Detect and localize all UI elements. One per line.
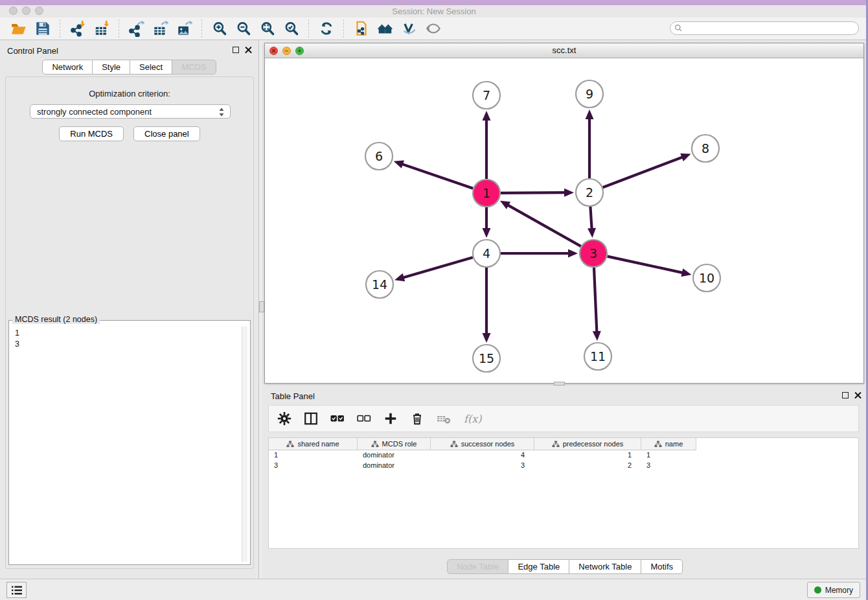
run-mcds-button[interactable]: Run MCDS (59, 126, 124, 141)
vertical-splitter-grip[interactable] (259, 301, 264, 312)
node-6[interactable]: 6 (365, 143, 393, 170)
cell-shared-name[interactable]: 3 (269, 461, 358, 471)
network-graph[interactable]: 7968124314101511 (265, 58, 863, 383)
cell-successor-nodes[interactable]: 4 (431, 450, 534, 461)
node-label: 9 (586, 87, 593, 101)
zoom-in-icon[interactable] (211, 20, 228, 38)
tab-mcds[interactable]: MCDS (172, 60, 216, 75)
first-neighbors-icon[interactable] (376, 20, 394, 38)
split-panel-icon[interactable] (303, 411, 319, 426)
import-network-icon[interactable] (69, 20, 86, 38)
memory-button[interactable]: Memory (807, 582, 860, 598)
edge-3-11[interactable] (594, 268, 597, 334)
column-header-name[interactable]: name (641, 438, 696, 450)
column-header-shared-name[interactable]: shared name (269, 438, 358, 450)
search-field[interactable] (670, 21, 859, 35)
apply-style-icon[interactable] (400, 20, 418, 38)
add-column-icon[interactable] (383, 411, 398, 426)
result-scrollbar[interactable] (242, 327, 247, 562)
mcds-panel: Optimization criterion: strongly connect… (5, 76, 254, 569)
refresh-layout-icon[interactable] (317, 20, 335, 38)
memory-status-icon (814, 586, 821, 594)
table-row[interactable]: 3dominator323 (269, 461, 858, 471)
column-header-mcds-role[interactable]: MCDS role (358, 438, 431, 450)
node-2[interactable]: 2 (576, 179, 603, 206)
import-table-icon[interactable] (93, 20, 110, 38)
edge-arrowhead (586, 110, 594, 119)
network-canvas[interactable]: 7968124314101511 (265, 58, 863, 383)
close-table-panel-icon[interactable] (854, 391, 862, 398)
control-panel: Control Panel NetworkStyleSelectMCDS Opt… (0, 40, 259, 579)
cell-mcds-role[interactable]: dominator (358, 450, 431, 461)
cell-mcds-role[interactable]: dominator (358, 461, 431, 471)
tab-select[interactable]: Select (130, 60, 172, 75)
criterion-select[interactable]: strongly connected component (30, 104, 231, 119)
edge-1-6[interactable] (400, 163, 473, 188)
delete-table-icon[interactable] (436, 411, 451, 426)
tab-network-table[interactable]: Network Table (569, 559, 641, 574)
function-builder-icon[interactable]: f(x) (463, 411, 485, 426)
node-label: 3 (589, 246, 597, 260)
tab-network[interactable]: Network (42, 60, 93, 75)
node-7[interactable]: 7 (473, 82, 500, 109)
node-label: 2 (586, 185, 593, 200)
cell-name[interactable]: 3 (641, 461, 696, 471)
search-icon (674, 24, 683, 32)
close-panel-icon[interactable] (245, 46, 252, 53)
zoom-out-icon[interactable] (234, 20, 252, 38)
cell-shared-name[interactable]: 1 (269, 450, 358, 461)
close-panel-button[interactable]: Close panel (133, 126, 200, 141)
export-image-icon[interactable] (176, 20, 193, 38)
open-session-icon[interactable] (10, 20, 27, 38)
tab-motifs[interactable]: Motifs (641, 559, 683, 574)
tab-edge-table[interactable]: Edge Table (508, 559, 569, 574)
cell-predecessor-nodes[interactable]: 1 (534, 450, 641, 461)
mcds-result-group: MCDS result (2 nodes) 13 (8, 320, 251, 565)
node-label: 7 (483, 88, 490, 102)
column-header-successor-nodes[interactable]: successor nodes (431, 438, 534, 450)
float-table-panel-icon[interactable] (842, 392, 849, 398)
search-input[interactable] (685, 24, 847, 33)
node-10[interactable]: 10 (693, 264, 720, 292)
node-1[interactable]: 1 (473, 179, 500, 207)
cell-successor-nodes[interactable]: 3 (431, 461, 534, 471)
node-14[interactable]: 14 (366, 271, 393, 298)
edge-2-8[interactable] (603, 156, 685, 187)
window-titlebar: Session: New Session (0, 5, 868, 17)
toolbar-separator (60, 19, 60, 38)
node-8[interactable]: 8 (692, 135, 719, 162)
edge-4-14[interactable] (402, 257, 473, 278)
table-settings-icon[interactable] (277, 411, 292, 426)
save-session-icon[interactable] (34, 20, 51, 38)
node-4[interactable]: 4 (473, 240, 500, 267)
export-network-icon[interactable] (128, 20, 145, 38)
column-header-predecessor-nodes[interactable]: predecessor nodes (534, 438, 641, 450)
export-table-icon[interactable] (152, 20, 169, 38)
tab-style[interactable]: Style (93, 60, 130, 75)
edge-1-2[interactable] (501, 192, 567, 193)
node-15[interactable]: 15 (473, 345, 500, 372)
node-11[interactable]: 11 (584, 343, 611, 370)
horizontal-splitter-grip[interactable] (554, 382, 565, 386)
zoom-selected-icon[interactable] (282, 20, 300, 38)
edge-3-1[interactable] (506, 204, 580, 246)
select-all-icon[interactable] (330, 411, 345, 426)
deselect-all-icon[interactable] (356, 411, 372, 426)
edge-3-10[interactable] (607, 257, 684, 273)
network-window-titlebar[interactable]: ✕ − + scc.txt (265, 43, 863, 58)
cell-predecessor-nodes[interactable]: 2 (534, 461, 641, 471)
float-panel-icon[interactable] (233, 47, 239, 53)
show-hide-icon[interactable] (424, 20, 442, 38)
node-3[interactable]: 3 (580, 240, 607, 267)
clone-network-icon[interactable] (352, 20, 370, 38)
node-9[interactable]: 9 (576, 80, 603, 108)
edge-2-3[interactable] (590, 207, 591, 231)
delete-column-icon[interactable] (409, 411, 425, 426)
table-toolbar: f(x) (268, 405, 859, 432)
table-row[interactable]: 1dominator411 (269, 450, 858, 461)
task-history-button[interactable] (6, 582, 27, 598)
zoom-fit-icon[interactable] (258, 20, 276, 38)
tab-node-table[interactable]: Node Table (447, 559, 509, 574)
cell-name[interactable]: 1 (641, 450, 696, 461)
node-table[interactable]: shared nameMCDS rolesuccessor nodesprede… (268, 437, 859, 549)
